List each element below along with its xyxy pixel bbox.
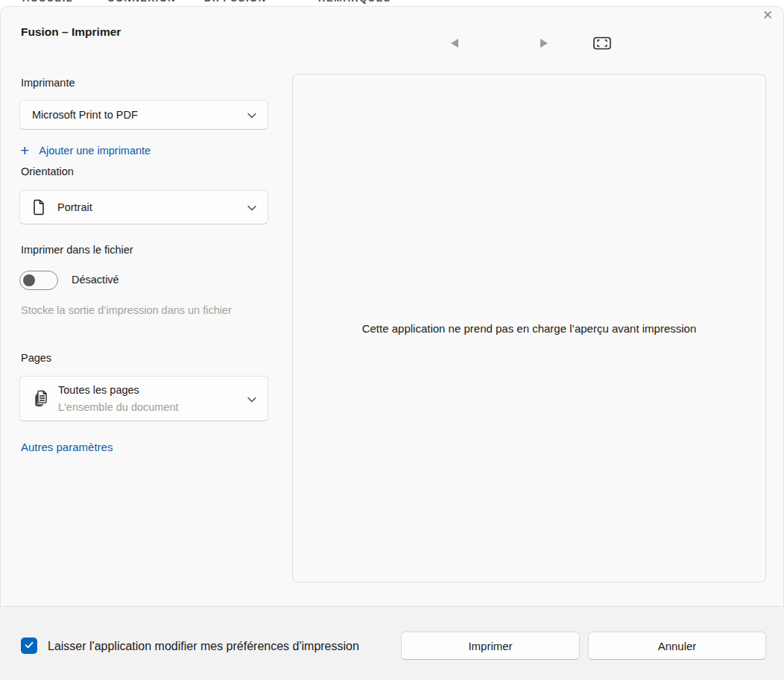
previous-page-button[interactable] xyxy=(444,34,465,54)
dialog-title: Fusion – Imprimer xyxy=(21,25,121,39)
preview-message: Cette application ne prend pas en charge… xyxy=(362,322,697,335)
triangle-right-icon xyxy=(540,38,549,51)
more-settings-link[interactable]: Autres paramètres xyxy=(21,441,113,453)
cancel-button[interactable]: Annuler xyxy=(588,632,766,660)
document-stack-icon xyxy=(34,390,48,407)
fit-to-page-button[interactable] xyxy=(592,34,613,54)
printer-select[interactable]: Microsoft Print to PDF xyxy=(19,100,268,130)
close-icon: ✕ xyxy=(762,9,773,22)
chevron-down-icon xyxy=(247,392,256,406)
pages-selected-subtitle: L'ensemble du document xyxy=(58,399,179,416)
add-printer-link[interactable]: + Ajouter une imprimante xyxy=(20,142,151,159)
orientation-select[interactable]: Portrait xyxy=(19,190,268,224)
toggle-knob xyxy=(23,274,35,286)
add-printer-label: Ajouter une imprimante xyxy=(39,145,151,157)
pages-selected-value: Toutes les pages xyxy=(58,382,179,399)
chevron-down-icon xyxy=(247,201,256,214)
app-preferences-checkbox-label: Laisser l'application modifier mes préfé… xyxy=(48,638,359,655)
printer-label: Imprimante xyxy=(21,77,75,89)
plus-icon: + xyxy=(20,142,29,159)
orientation-selected-value: Portrait xyxy=(57,201,92,213)
app-preferences-checkbox[interactable] xyxy=(21,638,37,654)
print-to-file-description: Stocke la sortie d’impression dans un fi… xyxy=(21,301,244,319)
orientation-label: Orientation xyxy=(21,166,74,177)
triangle-left-icon xyxy=(450,38,459,51)
printer-selected-value: Microsoft Print to PDF xyxy=(32,109,138,121)
fit-to-page-icon xyxy=(592,35,613,54)
print-preview-panel: Cette application ne prend pas en charge… xyxy=(292,74,766,582)
pages-select[interactable]: Toutes les pages L'ensemble du document xyxy=(19,376,268,421)
more-settings-label: Autres paramètres xyxy=(21,441,113,453)
next-page-button[interactable] xyxy=(534,34,554,54)
toggle-state-label: Désactivé xyxy=(72,274,119,286)
pages-label: Pages xyxy=(21,352,51,364)
chevron-down-icon xyxy=(247,108,256,122)
checkmark-icon xyxy=(24,640,34,652)
print-to-file-toggle[interactable] xyxy=(19,271,58,290)
print-button[interactable]: Imprimer xyxy=(401,632,580,660)
portrait-page-icon xyxy=(32,199,45,215)
print-to-file-label: Imprimer dans le fichier xyxy=(21,244,133,256)
close-button[interactable]: ✕ xyxy=(757,4,778,25)
